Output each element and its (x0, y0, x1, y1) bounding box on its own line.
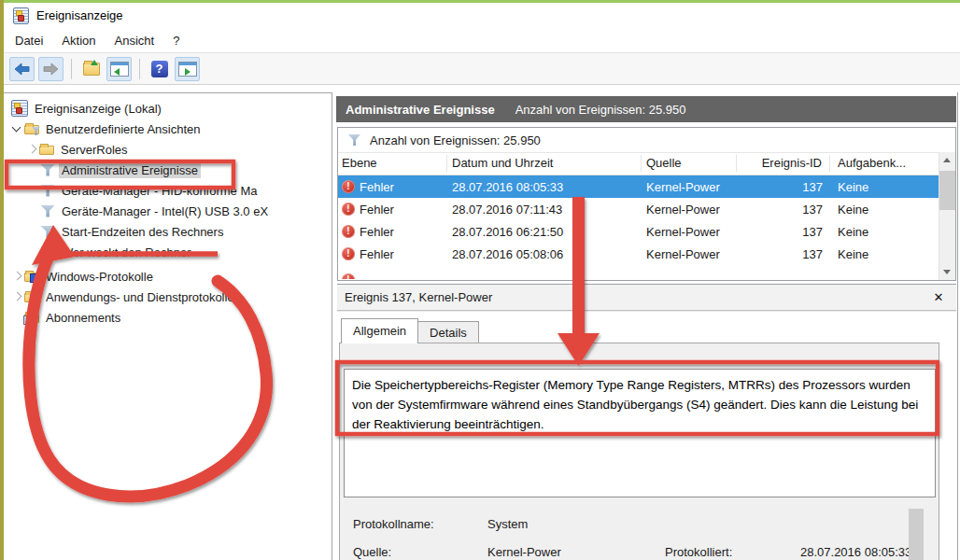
event-viewer-icon (11, 100, 28, 117)
menu-hilfe[interactable]: ? (163, 31, 189, 50)
tree-item-windows-protokolle[interactable]: Windows-Protokolle (4, 266, 332, 287)
close-icon[interactable]: ✕ (930, 290, 947, 304)
scrollbar-thumb[interactable] (939, 171, 955, 210)
results-panel: Administrative Ereignisse Anzahl von Ere… (336, 92, 958, 560)
cell-event-id: 137 (737, 180, 830, 194)
cell-level: Fehler (360, 225, 394, 239)
table-row[interactable]: Fehler 28.07.2016 05:08:06 Kernel-Power … (338, 243, 939, 265)
screenshot-border-left (0, 0, 4, 560)
tree-item-geraete-manager-hid[interactable]: Geräte-Manager - HID-konforme Ma (4, 180, 332, 201)
tree-item-anwendungs-dienstprotokolle[interactable]: Anwendungs- und Dienstprotokolle (4, 287, 332, 307)
field-value-protokolliert: 28.07.2016 08:05:33 (800, 545, 911, 559)
chevron-right-icon[interactable] (24, 142, 39, 157)
error-icon (342, 203, 355, 216)
forward-arrow-icon (43, 63, 59, 76)
field-label-protokolliert: Protokolliert: (665, 545, 800, 559)
tree-item-label: Windows-Protokolle (43, 269, 156, 285)
show-hide-action-pane-button[interactable] (175, 57, 200, 81)
export-button[interactable] (79, 58, 103, 80)
console-tree-icon (110, 62, 129, 77)
column-header-ereignis-id[interactable]: Ereignis-ID (737, 155, 830, 172)
details-header: Ereignis 137, Kernel-Power ✕ (337, 285, 956, 311)
details-title: Ereignis 137, Kernel-Power (345, 290, 492, 304)
tree-item-label: Start-Endzeiten des Rechners (59, 224, 226, 240)
event-description-box[interactable]: Die Speichertypbereichs-Register (Memory… (344, 369, 936, 497)
tree-item-geraete-manager-intel-usb[interactable]: Geräte-Manager - Intel(R) USB 3.0 eX (4, 201, 332, 221)
chevron-right-icon[interactable] (9, 289, 24, 304)
show-hide-console-tree-button[interactable] (106, 57, 132, 81)
folder-apps-icon (24, 293, 39, 302)
tree-item-ereignisanzeige-lokal[interactable]: Ereignisanzeige (Lokal) (4, 98, 332, 119)
console-tree-panel: Ereignisanzeige (Lokal) Benutzerdefinier… (4, 92, 332, 560)
subscriptions-icon (24, 314, 39, 323)
filter-summary-row: Anzahl von Ereignissen: 25.950 (338, 128, 955, 153)
event-viewer-app-icon (13, 7, 29, 24)
details-scrollbar-thumb[interactable] (909, 509, 924, 560)
tree-item-label: Anwendungs- und Dienstprotokolle (43, 289, 237, 305)
tree-item-wer-weckt-den-rechner[interactable]: Wer weckt den Rechner (4, 242, 332, 262)
tab-details[interactable]: Details (418, 321, 479, 343)
cell-source: Kernel-Power (642, 225, 737, 239)
back-button[interactable] (9, 57, 35, 81)
cell-category: Keine (830, 203, 939, 217)
table-row[interactable]: Fehler 28.07.2016 08:05:33 Kernel-Power … (338, 175, 939, 198)
event-description-text: Die Speichertypbereichs-Register (Memory… (345, 370, 935, 440)
cell-source: Kernel-Power (642, 180, 737, 194)
cell-level: Fehler (360, 203, 394, 217)
forward-button[interactable] (38, 57, 64, 81)
filter-icon (40, 226, 55, 238)
column-header-quelle[interactable]: Quelle (642, 155, 737, 172)
scroll-down-icon[interactable] (939, 264, 955, 280)
filter-icon (348, 134, 360, 146)
event-viewer-window: Ereignisanzeige Datei Aktion Ansicht ? ?… (0, 0, 960, 560)
tree-item-label: Geräte-Manager - HID-konforme Ma (59, 183, 261, 199)
table-row[interactable]: Fehler 28.07.2016 06:21:50 Kernel-Power … (338, 220, 939, 243)
tree-item-benutzerdefinierte-ansichten[interactable]: Benutzerdefinierte Ansichten (4, 119, 332, 139)
menu-datei[interactable]: Datei (6, 31, 52, 50)
folder-icon (39, 146, 54, 155)
field-row: Protokollname: System (353, 517, 929, 531)
field-label-quelle: Quelle: (353, 545, 487, 559)
banner-title: Administrative Ereignisse (346, 103, 495, 117)
column-header-datum[interactable]: Datum und Uhrzeit (447, 155, 642, 172)
tree-item-label: Benutzerdefinierte Ansichten (43, 121, 204, 137)
banner-event-count: Anzahl von Ereignissen: 25.950 (515, 103, 686, 117)
error-icon (342, 247, 355, 260)
menu-ansicht[interactable]: Ansicht (106, 31, 164, 50)
table-row-partial[interactable] (338, 265, 939, 279)
export-folder-icon (83, 63, 100, 76)
tree-item-serverroles[interactable]: ServerRoles (4, 139, 332, 160)
filter-event-count: Anzahl von Ereignissen: 25.950 (370, 133, 541, 147)
table-row[interactable]: Fehler 28.07.2016 07:11:43 Kernel-Power … (338, 198, 939, 220)
folder-windows-icon (24, 273, 39, 282)
filter-icon (40, 246, 55, 259)
error-icon (342, 273, 355, 279)
tree-item-abonnements[interactable]: Abonnements (4, 307, 332, 328)
details-tabs: Allgemein Details (341, 318, 479, 343)
cell-datetime: 28.07.2016 08:05:33 (447, 180, 642, 194)
event-list-scrollbar[interactable] (939, 152, 955, 280)
chevron-right-icon[interactable] (9, 269, 24, 284)
chevron-down-icon[interactable] (9, 121, 24, 136)
cell-source: Kernel-Power (642, 247, 737, 261)
cell-level: Fehler (360, 180, 394, 194)
toolbar-separator (139, 59, 140, 79)
action-pane-icon (178, 62, 197, 77)
tree-item-start-endzeiten[interactable]: Start-Endzeiten des Rechners (4, 221, 332, 242)
tree-item-label: ServerRoles (58, 142, 131, 158)
scroll-up-icon[interactable] (939, 152, 955, 168)
cell-category: Keine (830, 247, 939, 261)
column-header-ebene[interactable]: Ebene (338, 155, 447, 172)
tab-page-allgemein: Die Speichertypbereichs-Register (Memory… (339, 343, 939, 560)
event-list: Anzahl von Ereignissen: 25.950 Ebene Dat… (337, 127, 956, 281)
cell-datetime: 28.07.2016 07:11:43 (447, 203, 642, 217)
help-button[interactable]: ? (148, 58, 171, 80)
tree-item-administrative-ereignisse[interactable]: Administrative Ereignisse (4, 160, 332, 180)
toolbar: ? (4, 52, 960, 85)
tree-item-label: Geräte-Manager - Intel(R) USB 3.0 eX (59, 203, 271, 219)
tree-item-label: Wer weckt den Rechner (59, 245, 194, 260)
column-header-aufgabenkategorie[interactable]: Aufgabenk... (830, 155, 939, 172)
menu-aktion[interactable]: Aktion (52, 31, 105, 50)
help-icon: ? (151, 61, 168, 77)
tab-allgemein[interactable]: Allgemein (341, 318, 418, 343)
